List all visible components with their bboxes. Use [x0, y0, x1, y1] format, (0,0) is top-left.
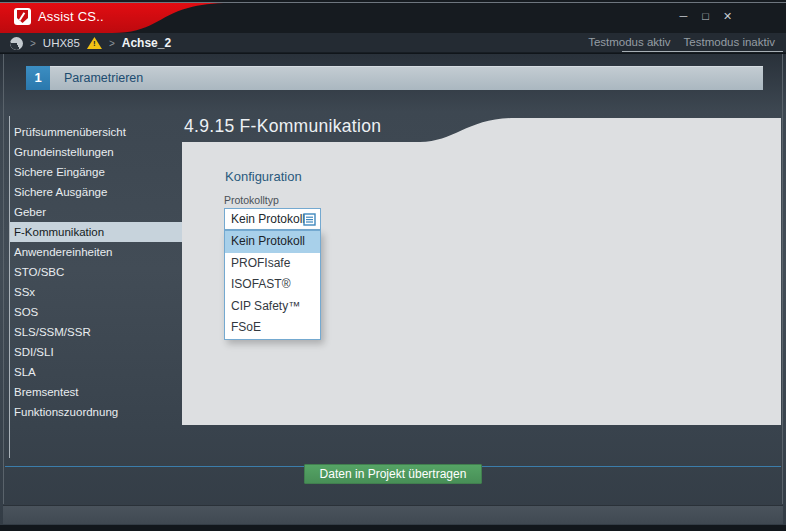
testmode-switch: Testmodus aktiv Testmodus inaktiv — [588, 36, 775, 48]
sidebar-item-funktionszuordnung[interactable]: Funktionszuordnung — [10, 402, 182, 422]
step-bar-label: Parametrieren — [50, 67, 763, 90]
protocol-dropdown-list: Kein Protokoll PROFIsafe ISOFAST® CIP Sa… — [224, 230, 321, 340]
app-title: Assist CS.. — [38, 9, 104, 24]
breadcrumb-bar: > UHX85 ! > Achse_2 Testmodus aktiv Test… — [0, 33, 786, 53]
close-icon[interactable]: ✕ — [721, 10, 734, 23]
app-window: Assist CS.. ─ □ ✕ > UHX85 ! > Achse_2 Te… — [0, 0, 786, 531]
page-title: 4.9.15 F-Kommunikation — [184, 116, 381, 137]
dropdown-list-icon — [303, 213, 316, 226]
breadcrumb-device[interactable]: UHX85 — [43, 37, 80, 49]
sidebar-item-sichere-eingaenge[interactable]: Sichere Eingänge — [10, 162, 182, 182]
dropdown-option-fsoe[interactable]: FSoE — [225, 317, 320, 339]
sidebar-item-bremsentest[interactable]: Bremsentest — [10, 382, 182, 402]
red-swoosh-decoration — [0, 0, 232, 33]
window-frame-right — [782, 54, 783, 504]
chevron-right-icon: > — [109, 38, 115, 49]
sidebar-item-sichere-ausgaenge[interactable]: Sichere Ausgänge — [10, 182, 182, 202]
sidebar-item-geber[interactable]: Geber — [10, 202, 182, 222]
status-bar — [3, 505, 783, 524]
sidebar-item-sls-ssm-ssr[interactable]: SLS/SSM/SSR — [10, 322, 182, 342]
dropdown-option-kein-protokoll[interactable]: Kein Protokoll — [225, 231, 320, 253]
window-frame-left — [3, 54, 4, 504]
warning-icon: ! — [87, 37, 102, 49]
sidebar-nav: Prüfsummenübersicht Grundeinstellungen S… — [10, 122, 182, 422]
window-controls: ─ □ ✕ — [677, 10, 734, 23]
testmode-active-link[interactable]: Testmodus aktiv — [588, 36, 670, 48]
testmode-inactive-link[interactable]: Testmodus inaktiv — [684, 36, 775, 48]
transfer-to-project-button[interactable]: Daten in Projekt übertragen — [304, 464, 482, 484]
breadcrumb-axis[interactable]: Achse_2 — [122, 36, 171, 50]
sidebar-item-pruefsummenuebersicht[interactable]: Prüfsummenübersicht — [10, 122, 182, 142]
title-bar: Assist CS.. ─ □ ✕ — [0, 0, 786, 33]
sidebar-item-f-kommunikation[interactable]: F-Kommunikation — [10, 222, 182, 242]
protocol-type-label: Protokolltyp — [224, 194, 279, 206]
breadcrumb: > UHX85 ! > Achse_2 — [10, 33, 171, 53]
step-bar-parametrieren[interactable]: Parametrieren — [50, 66, 763, 90]
step-number-badge: 1 — [26, 66, 50, 90]
dropdown-option-cip-safety[interactable]: CIP Safety™ — [225, 296, 320, 318]
app-logo-shield-icon — [14, 8, 31, 25]
sidebar-item-grundeinstellungen[interactable]: Grundeinstellungen — [10, 142, 182, 162]
sidebar-item-sla[interactable]: SLA — [10, 362, 182, 382]
sidebar-item-sos[interactable]: SOS — [10, 302, 182, 322]
dropdown-value: Kein Protokoll — [231, 212, 305, 226]
chevron-right-icon: > — [30, 38, 36, 49]
maximize-icon[interactable]: □ — [699, 10, 712, 23]
sidebar-item-sdi-sli[interactable]: SDI/SLI — [10, 342, 182, 362]
project-icon[interactable] — [10, 37, 23, 50]
sidebar-item-sto-sbc[interactable]: STO/SBC — [10, 262, 182, 282]
testmode-underline — [622, 51, 783, 52]
minimize-icon[interactable]: ─ — [677, 10, 690, 23]
dropdown-option-profisafe[interactable]: PROFIsafe — [225, 253, 320, 275]
section-title: Konfiguration — [225, 169, 302, 184]
window-frame-bottom — [0, 525, 786, 531]
dropdown-option-isofast[interactable]: ISOFAST® — [225, 274, 320, 296]
sidebar-item-ssx[interactable]: SSx — [10, 282, 182, 302]
sidebar-item-anwendereinheiten[interactable]: Anwendereinheiten — [10, 242, 182, 262]
protocol-type-dropdown[interactable]: Kein Protokoll — [224, 208, 321, 230]
